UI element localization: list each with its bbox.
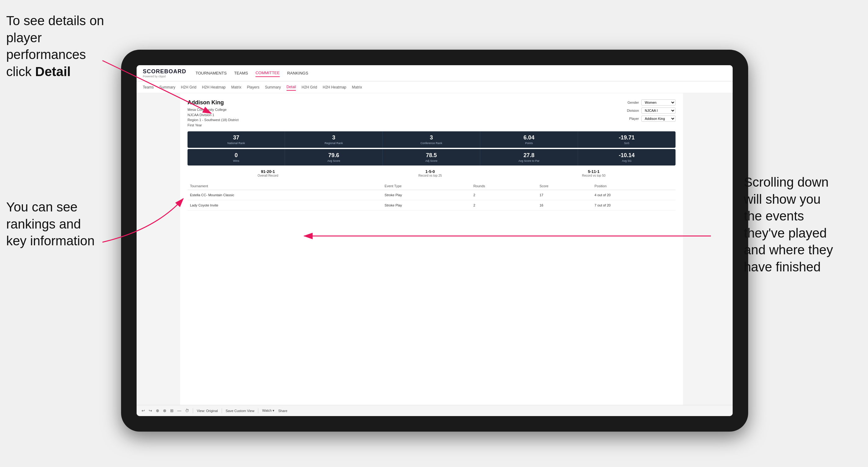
col-rounds: Rounds [471, 182, 537, 190]
r-line2: will show you [744, 192, 820, 207]
subnav-matrix[interactable]: Matrix [231, 84, 242, 90]
stat-value-conference: 3 [385, 134, 477, 141]
stat-adj-score: 78.5 Adj Score [383, 149, 480, 165]
nav-committee[interactable]: COMMITTEE [255, 69, 280, 77]
annotation-line1: To see details on [6, 13, 104, 28]
gender-control: Gender Women [622, 99, 676, 105]
logo-sub: Powered by clippd [143, 75, 186, 78]
subnav-h2hheatmap[interactable]: H2H Heatmap [202, 84, 226, 90]
record-value-overall: 91-20-1 [258, 169, 278, 174]
record-top25: 1-5-0 Record vs top 25 [418, 169, 442, 177]
stat-sos: -19.71 SoS [578, 131, 676, 148]
sub-nav: Teams Summary H2H Grid H2H Heatmap Matri… [136, 81, 733, 93]
right-sidebar [683, 93, 733, 405]
stat-label-adj: Adj Score [385, 159, 477, 162]
stat-value-regional: 3 [287, 134, 380, 141]
stat-label-wins: Wins [190, 159, 282, 162]
division-control: Division NJCAA I [622, 107, 676, 114]
stat-avg-score: 79.6 Avg Score [285, 149, 382, 165]
share-btn[interactable]: Share [278, 409, 287, 413]
table-row: Lady Coyote Invite Stroke Play 2 16 7 ou… [187, 200, 676, 211]
subnav-detail[interactable]: Detail [286, 84, 296, 91]
view-original-btn[interactable]: View: Original [197, 409, 218, 413]
r-line6: have finished [744, 259, 821, 274]
stat-label-par: Avg Score to Par [483, 159, 575, 162]
gender-select[interactable]: Women [641, 99, 676, 105]
nav-tournaments[interactable]: TOURNAMENTS [195, 69, 227, 77]
stat-value-par: 27.8 [483, 152, 575, 159]
stats-grid-1: 37 National Rank 3 Regional Rank 3 Confe… [187, 131, 676, 148]
subnav-teams[interactable]: Teams [143, 84, 154, 90]
zoom-out-icon[interactable]: ⊗ [163, 408, 166, 413]
subnav-summary2[interactable]: Summary [265, 84, 281, 90]
stat-value-national: 37 [190, 134, 282, 141]
minus-icon[interactable]: — [177, 408, 181, 413]
gender-label: Gender [622, 101, 639, 104]
player-year: First Year [187, 123, 239, 128]
stat-value-avg: 79.6 [287, 152, 380, 159]
stat-label-regional: Regional Rank [287, 142, 380, 145]
undo-icon[interactable]: ↩ [142, 408, 145, 413]
annotation-topleft: To see details on player performances cl… [6, 12, 112, 80]
bl-line2: rankings and [6, 217, 81, 231]
subnav-summary[interactable]: Summary [159, 84, 175, 90]
subnav-players[interactable]: Players [247, 84, 259, 90]
r-line1: Scrolling down [744, 175, 829, 189]
save-custom-view-btn[interactable]: Save Custom View [226, 409, 254, 413]
player-region: Region 1 - Southwest (18) District [187, 117, 239, 123]
tournament-table: Tournament Event Type Rounds Score Posit… [187, 182, 676, 211]
toolbar-divider-1 [193, 408, 193, 413]
row1-event-type: Stroke Play [382, 190, 471, 200]
division-label: Division [622, 109, 639, 113]
watch-btn[interactable]: Watch ▾ [262, 409, 274, 413]
r-line4: they've played [744, 226, 827, 240]
subnav-matrix2[interactable]: Matrix [352, 84, 362, 90]
row2-event-type: Stroke Play [382, 200, 471, 211]
row2-rounds: 2 [471, 200, 537, 211]
zoom-in-icon[interactable]: ⊕ [156, 408, 159, 413]
record-value-top50: 5-11-1 [582, 169, 606, 174]
table-row: Estella CC- Mountain Classic Stroke Play… [187, 190, 676, 200]
record-label-top50: Record vs top 50 [582, 174, 606, 177]
stat-conference-rank: 3 Conference Rank [383, 131, 480, 148]
row1-score: 17 [537, 190, 592, 200]
record-label-overall: Overall Record [258, 174, 278, 177]
col-event-type: Event Type [382, 182, 471, 190]
r-line5: and where they [744, 243, 833, 257]
redo-icon[interactable]: ↪ [149, 408, 152, 413]
subnav-h2hgrid2[interactable]: H2H Grid [302, 84, 317, 90]
subnav-h2hgrid[interactable]: H2H Grid [181, 84, 196, 90]
stat-national-rank: 37 National Rank [187, 131, 285, 148]
record-overall: 91-20-1 Overall Record [258, 169, 278, 177]
stat-value-wins: 0 [190, 152, 282, 159]
record-label-top25: Record vs top 25 [418, 174, 442, 177]
nav-bar: SCOREBOARD Powered by clippd TOURNAMENTS… [136, 65, 733, 81]
col-score: Score [537, 182, 592, 190]
subnav-h2hheatmap2[interactable]: H2H Heatmap [322, 84, 346, 90]
main-content: Addison King Mesa Community College NJCA… [136, 93, 733, 405]
row1-position: 4 out of 20 [592, 190, 676, 200]
row2-position: 7 out of 20 [592, 200, 676, 211]
player-division: NJCAA Division 1 [187, 113, 239, 118]
stat-value-adj: 78.5 [385, 152, 477, 159]
stat-value-sos: -19.71 [581, 134, 673, 141]
nav-teams[interactable]: TEAMS [234, 69, 248, 77]
stat-label-sg: Avg SG [581, 159, 673, 162]
record-value-top25: 1-5-0 [418, 169, 442, 174]
bottom-toolbar: ↩ ↪ ⊕ ⊗ ⊞ — ⏱ View: Original Save Custom… [136, 405, 733, 416]
player-select[interactable]: Addison King [641, 116, 676, 122]
division-select[interactable]: NJCAA I [641, 107, 676, 114]
tablet-screen: SCOREBOARD Powered by clippd TOURNAMENTS… [136, 65, 733, 416]
clock-icon[interactable]: ⏱ [185, 408, 189, 413]
row1-tournament: Estella CC- Mountain Classic [187, 190, 382, 200]
stat-label-avg: Avg Score [287, 159, 380, 162]
grid-icon[interactable]: ⊞ [170, 408, 174, 413]
toolbar-divider-3 [258, 408, 258, 413]
nav-rankings[interactable]: RANKINGS [287, 69, 308, 77]
player-controls: Gender Women Division NJCAA I [622, 99, 676, 128]
player-college: Mesa Community College [187, 107, 239, 113]
stat-avg-par: 27.8 Avg Score to Par [480, 149, 578, 165]
bl-line1: You can see [6, 200, 78, 214]
logo-area: SCOREBOARD Powered by clippd [143, 68, 186, 78]
row1-rounds: 2 [471, 190, 537, 200]
